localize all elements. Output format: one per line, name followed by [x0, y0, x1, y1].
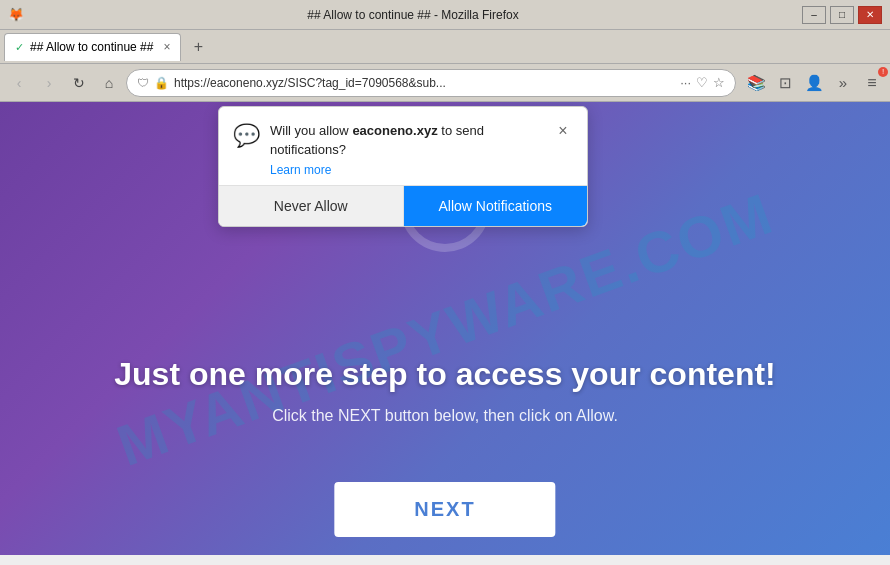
shield-icon: 🛡	[137, 76, 149, 90]
new-tab-button[interactable]: +	[185, 34, 211, 60]
tab-bar: ✓ ## Allow to continue ## × +	[0, 30, 890, 64]
popup-chat-icon: 💬	[233, 123, 260, 149]
library-icon[interactable]: 📚	[744, 71, 768, 95]
popup-question-text: Will you allow	[270, 123, 349, 138]
sync-icon[interactable]: ⊡	[773, 71, 797, 95]
title-bar: 🦊 ## Allow to continue ## - Mozilla Fire…	[0, 0, 890, 30]
home-button[interactable]: ⌂	[96, 70, 122, 96]
main-text-block: Just one more step to access your conten…	[0, 355, 890, 425]
firefox-icon: 🦊	[8, 7, 24, 22]
never-allow-button[interactable]: Never Allow	[219, 186, 404, 226]
next-button-container: NEXT	[334, 482, 555, 537]
tab-label: ## Allow to continue ##	[30, 40, 153, 54]
bookmark-heart-icon[interactable]: ♡	[696, 75, 708, 90]
maximize-button[interactable]: □	[830, 6, 854, 24]
popup-actions: Never Allow Allow Notifications	[219, 185, 587, 226]
minimize-button[interactable]: –	[802, 6, 826, 24]
more-icon[interactable]: ···	[680, 75, 691, 90]
popup-learn-more-link[interactable]: Learn more	[270, 163, 543, 177]
window-title: ## Allow to continue ## - Mozilla Firefo…	[32, 8, 794, 22]
account-icon[interactable]: 👤	[802, 71, 826, 95]
close-button[interactable]: ✕	[858, 6, 882, 24]
star-icon[interactable]: ☆	[713, 75, 725, 90]
toolbar-right: 📚 ⊡ 👤 » ≡ !	[744, 71, 884, 95]
address-bar: ‹ › ↻ ⌂ 🛡 🔒 https://eaconeno.xyz/SISC?ta…	[0, 64, 890, 102]
lock-icon: 🔒	[154, 76, 169, 90]
popup-question: Will you allow eaconeno.xyz to send noti…	[270, 123, 484, 157]
url-bar[interactable]: 🛡 🔒 https://eaconeno.xyz/SISC?tag_id=709…	[126, 69, 736, 97]
window-controls: – □ ✕	[802, 6, 882, 24]
menu-notification-badge: !	[878, 67, 888, 77]
popup-header: 💬 Will you allow eaconeno.xyz to send no…	[219, 107, 587, 185]
page-content: MYANTISPYWARE.COM Just one more step to …	[0, 102, 890, 555]
tab-check-icon: ✓	[15, 41, 24, 54]
more-tools-button[interactable]: »	[831, 71, 855, 95]
active-tab[interactable]: ✓ ## Allow to continue ## ×	[4, 33, 181, 61]
forward-button[interactable]: ›	[36, 70, 62, 96]
popup-text-block: Will you allow eaconeno.xyz to send noti…	[270, 121, 543, 177]
url-text: https://eaconeno.xyz/SISC?tag_id=7090568…	[174, 76, 675, 90]
allow-notifications-button[interactable]: Allow Notifications	[404, 186, 588, 226]
back-button[interactable]: ‹	[6, 70, 32, 96]
next-button[interactable]: NEXT	[334, 482, 555, 537]
refresh-button[interactable]: ↻	[66, 70, 92, 96]
main-headline: Just one more step to access your conten…	[0, 355, 890, 393]
popup-domain: eaconeno.xyz	[352, 123, 437, 138]
notification-popup: 💬 Will you allow eaconeno.xyz to send no…	[218, 106, 588, 227]
sub-text: Click the NEXT button below, then click …	[0, 407, 890, 425]
url-bar-actions: ··· ♡ ☆	[680, 75, 725, 90]
popup-close-button[interactable]: ×	[553, 121, 573, 141]
menu-button[interactable]: ≡ !	[860, 71, 884, 95]
tab-close-button[interactable]: ×	[163, 40, 170, 54]
